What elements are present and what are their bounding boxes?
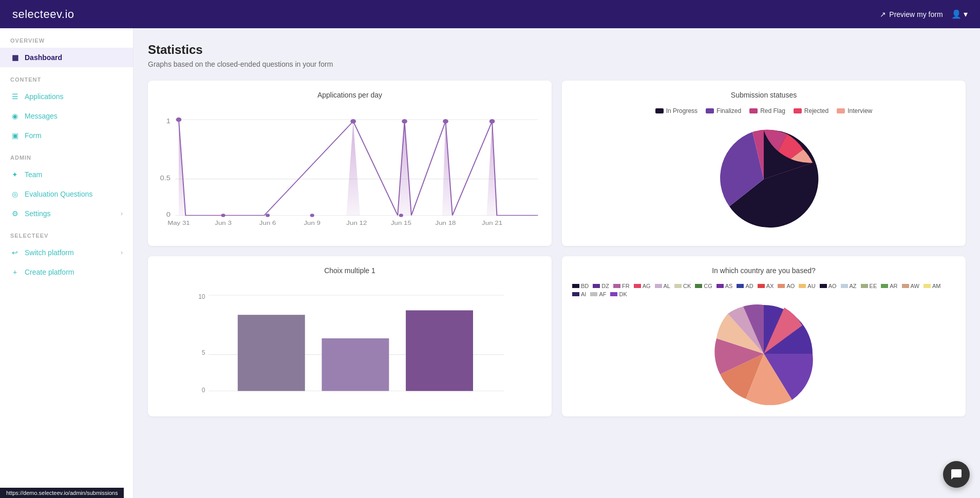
chart-country: In which country are you based? BD DZ FR… — [562, 256, 966, 416]
svg-text:Jun 21: Jun 21 — [482, 220, 502, 226]
dashboard-icon: ▦ — [10, 53, 20, 62]
svg-text:Jun 3: Jun 3 — [215, 220, 232, 226]
settings-label: Settings — [25, 209, 51, 218]
content-section-label: CONTENT — [0, 67, 133, 87]
svg-point-9 — [443, 119, 448, 124]
svg-text:Jun 12: Jun 12 — [346, 220, 367, 226]
status-bar: https://demo.selecteev.io/admin/submissi… — [0, 488, 124, 498]
sidebar-item-form[interactable]: ▣ Form — [0, 126, 133, 145]
legend-dot-red-flag — [749, 108, 758, 113]
country-legend: BD DZ FR AG AL CK CG AS AD AX AO AU AO A… — [572, 283, 955, 297]
svg-text:Jun 6: Jun 6 — [259, 220, 276, 226]
chart-applications-per-day: Applications per day 0 0.5 1 — [148, 81, 552, 246]
svg-point-8 — [402, 119, 407, 124]
sidebar-item-settings[interactable]: ⚙ Settings › — [0, 204, 133, 223]
create-icon: + — [10, 267, 20, 277]
settings-icon: ⚙ — [10, 209, 20, 218]
svg-point-12 — [266, 214, 270, 217]
team-icon: ✦ — [10, 170, 20, 179]
sidebar-item-messages[interactable]: ◉ Messages — [0, 106, 133, 126]
team-label: Team — [25, 170, 42, 179]
form-icon: ▣ — [10, 131, 20, 140]
messages-icon: ◉ — [10, 111, 20, 121]
charts-grid: Applications per day 0 0.5 1 — [148, 81, 966, 416]
svg-text:0: 0 — [202, 387, 205, 394]
chart-submission-statuses: Submission statuses In Progress Finalize… — [562, 81, 966, 246]
svg-text:Jun 15: Jun 15 — [391, 220, 411, 226]
main-content: Statistics Graphs based on the closed-en… — [134, 28, 980, 498]
chart-choix-multiple: Choix multiple 1 0 5 10 — [148, 256, 552, 416]
svg-text:May 31: May 31 — [167, 220, 190, 226]
svg-point-6 — [176, 118, 182, 122]
switch-platform-label: Switch platform — [25, 248, 74, 257]
switch-icon: ↩ — [10, 248, 20, 257]
svg-text:0.5: 0.5 — [160, 175, 171, 181]
sidebar-item-applications[interactable]: ☰ Applications — [0, 87, 133, 106]
bar-1 — [238, 315, 305, 391]
applications-icon: ☰ — [10, 92, 20, 101]
form-label: Form — [25, 131, 42, 140]
pie-svg — [707, 123, 820, 236]
svg-point-13 — [310, 214, 314, 217]
bar-3 — [406, 310, 473, 391]
legend-dot-interview — [837, 108, 845, 113]
external-link-icon: ↗ — [880, 10, 886, 18]
page-title: Statistics — [148, 43, 966, 57]
legend-red-flag: Red Flag — [749, 107, 785, 114]
legend-dot-in-progress — [655, 108, 664, 113]
chart3-title: Choix multiple 1 — [158, 266, 541, 275]
chart4-title: In which country are you based? — [572, 266, 955, 275]
create-platform-label: Create platform — [25, 268, 74, 276]
dashboard-label: Dashboard — [25, 53, 62, 62]
preview-link[interactable]: ↗ Preview my form — [880, 10, 943, 18]
sidebar-item-dashboard[interactable]: ▦ Dashboard — [0, 48, 133, 67]
legend-interview: Interview — [837, 107, 872, 114]
legend-bd — [572, 284, 579, 288]
user-menu[interactable]: 👤 ▾ — [951, 9, 968, 19]
selecteev-section-label: SELECTEEV — [0, 223, 133, 243]
svg-text:1: 1 — [166, 118, 171, 124]
chat-icon — [950, 468, 963, 481]
svg-text:Jun 18: Jun 18 — [436, 220, 456, 226]
admin-section-label: ADMIN — [0, 145, 133, 165]
legend-in-progress: In Progress — [655, 107, 698, 114]
legend-dot-rejected — [794, 108, 802, 113]
switch-chevron: › — [121, 249, 123, 256]
topnav-right: ↗ Preview my form 👤 ▾ — [880, 9, 968, 19]
svg-point-14 — [399, 214, 403, 217]
sidebar: OVERVIEW ▦ Dashboard CONTENT ☰ Applicati… — [0, 28, 134, 498]
legend-rejected: Rejected — [794, 107, 828, 114]
svg-point-11 — [221, 214, 225, 217]
pie-legend: In Progress Finalized Red Flag Reje — [655, 107, 873, 114]
svg-point-7 — [350, 119, 356, 124]
evaluation-icon: ◎ — [10, 189, 20, 199]
legend-finalized: Finalized — [706, 107, 741, 114]
legend-dot-finalized — [706, 108, 714, 113]
sidebar-item-switch-platform[interactable]: ↩ Switch platform › — [0, 243, 133, 262]
page-subtitle: Graphs based on the closed-ended questio… — [148, 60, 966, 68]
sidebar-item-create-platform[interactable]: + Create platform — [0, 262, 133, 282]
evaluation-label: Evaluation Questions — [25, 190, 92, 198]
chart1-title: Applications per day — [158, 91, 541, 99]
status-url: https://demo.selecteev.io/admin/submissi… — [6, 490, 118, 496]
bar-chart: 0 5 10 — [158, 283, 541, 406]
sidebar-item-team[interactable]: ✦ Team — [0, 165, 133, 184]
svg-text:0: 0 — [166, 211, 171, 218]
chart2-title: Submission statuses — [572, 91, 955, 99]
svg-text:5: 5 — [202, 349, 205, 356]
messages-label: Messages — [25, 112, 58, 120]
applications-label: Applications — [25, 92, 64, 101]
country-pie-svg — [712, 302, 815, 405]
topnav: selecteev.io ↗ Preview my form 👤 ▾ — [0, 0, 980, 28]
bar-chart-svg: 0 5 10 — [158, 283, 541, 406]
logo: selecteev.io — [12, 8, 74, 21]
svg-text:Jun 9: Jun 9 — [304, 220, 321, 226]
bar-2 — [322, 338, 389, 391]
line-chart: 0 0.5 1 — [158, 107, 541, 231]
sidebar-item-evaluation[interactable]: ◎ Evaluation Questions — [0, 184, 133, 204]
svg-point-10 — [489, 119, 495, 124]
chat-button[interactable] — [943, 461, 970, 488]
pie-chart-container: In Progress Finalized Red Flag Reje — [572, 107, 955, 236]
svg-text:10: 10 — [198, 293, 205, 300]
overview-section-label: OVERVIEW — [0, 28, 133, 48]
